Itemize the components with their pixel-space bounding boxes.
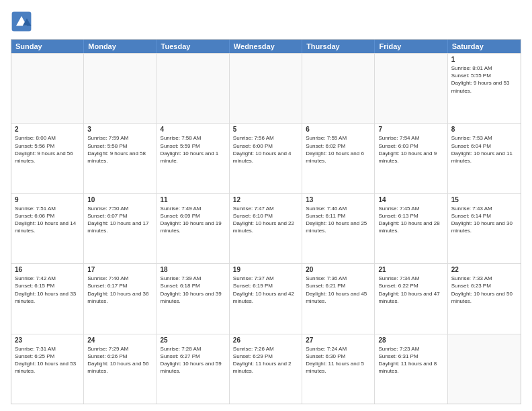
day-number-22: 22 — [451, 266, 517, 273]
day-number-12: 12 — [233, 196, 298, 203]
day-cell-4: 4Sunrise: 7:58 AM Sunset: 5:59 PM Daylig… — [157, 124, 230, 193]
empty-cell — [230, 54, 302, 123]
day-cell-26: 26Sunrise: 7:26 AM Sunset: 6:29 PM Dayli… — [230, 334, 302, 404]
empty-cell — [448, 334, 521, 404]
day-info-12: Sunrise: 7:47 AM Sunset: 6:10 PM Dayligh… — [233, 205, 298, 235]
day-cell-10: 10Sunrise: 7:50 AM Sunset: 6:07 PM Dayli… — [84, 194, 157, 263]
day-cell-19: 19Sunrise: 7:37 AM Sunset: 6:19 PM Dayli… — [230, 264, 302, 333]
logo-icon — [11, 11, 32, 32]
weekday-header-monday: Monday — [84, 40, 157, 53]
day-number-19: 19 — [233, 266, 298, 273]
day-info-23: Sunrise: 7:31 AM Sunset: 6:25 PM Dayligh… — [15, 345, 80, 375]
day-number-25: 25 — [161, 336, 226, 344]
day-number-23: 23 — [15, 336, 80, 344]
page: SundayMondayTuesdayWednesdayThursdayFrid… — [0, 0, 532, 411]
day-cell-8: 8Sunrise: 7:53 AM Sunset: 6:04 PM Daylig… — [448, 124, 521, 193]
day-cell-27: 27Sunrise: 7:24 AM Sunset: 6:30 PM Dayli… — [302, 334, 375, 404]
day-number-7: 7 — [378, 126, 443, 133]
weekday-header-friday: Friday — [375, 40, 447, 53]
day-number-21: 21 — [378, 266, 443, 273]
weekday-header-wednesday: Wednesday — [230, 40, 302, 53]
calendar-row-3: 9Sunrise: 7:51 AM Sunset: 6:06 PM Daylig… — [11, 193, 521, 263]
day-cell-15: 15Sunrise: 7:43 AM Sunset: 6:14 PM Dayli… — [448, 194, 521, 263]
day-number-26: 26 — [233, 336, 298, 344]
day-cell-17: 17Sunrise: 7:40 AM Sunset: 6:17 PM Dayli… — [84, 264, 157, 333]
calendar-body: 1Sunrise: 8:01 AM Sunset: 5:55 PM Daylig… — [11, 53, 521, 404]
day-number-10: 10 — [87, 196, 152, 203]
day-number-28: 28 — [378, 336, 443, 344]
day-number-4: 4 — [161, 126, 226, 133]
day-number-5: 5 — [233, 126, 298, 133]
weekday-header-saturday: Saturday — [448, 40, 521, 53]
day-info-22: Sunrise: 7:33 AM Sunset: 6:23 PM Dayligh… — [451, 275, 517, 305]
day-info-5: Sunrise: 7:56 AM Sunset: 6:00 PM Dayligh… — [233, 134, 298, 165]
empty-cell — [11, 54, 84, 123]
header — [11, 11, 521, 32]
day-info-8: Sunrise: 7:53 AM Sunset: 6:04 PM Dayligh… — [451, 134, 517, 165]
day-cell-28: 28Sunrise: 7:23 AM Sunset: 6:31 PM Dayli… — [375, 334, 447, 404]
day-cell-23: 23Sunrise: 7:31 AM Sunset: 6:25 PM Dayli… — [11, 334, 84, 404]
day-number-17: 17 — [87, 266, 152, 273]
empty-cell — [84, 54, 157, 123]
calendar-header: SundayMondayTuesdayWednesdayThursdayFrid… — [11, 40, 521, 53]
day-info-27: Sunrise: 7:24 AM Sunset: 6:30 PM Dayligh… — [306, 345, 371, 375]
day-cell-9: 9Sunrise: 7:51 AM Sunset: 6:06 PM Daylig… — [11, 194, 84, 263]
day-info-14: Sunrise: 7:45 AM Sunset: 6:13 PM Dayligh… — [378, 205, 443, 235]
day-info-11: Sunrise: 7:49 AM Sunset: 6:09 PM Dayligh… — [161, 205, 226, 235]
day-info-13: Sunrise: 7:46 AM Sunset: 6:11 PM Dayligh… — [306, 205, 371, 235]
day-number-11: 11 — [161, 196, 226, 203]
day-number-8: 8 — [451, 126, 517, 133]
calendar-row-1: 1Sunrise: 8:01 AM Sunset: 5:55 PM Daylig… — [11, 53, 521, 123]
day-info-6: Sunrise: 7:55 AM Sunset: 6:02 PM Dayligh… — [306, 134, 371, 165]
calendar: SundayMondayTuesdayWednesdayThursdayFrid… — [11, 39, 521, 404]
day-number-27: 27 — [306, 336, 371, 344]
day-info-25: Sunrise: 7:28 AM Sunset: 6:27 PM Dayligh… — [161, 345, 226, 375]
weekday-header-sunday: Sunday — [11, 40, 84, 53]
day-info-4: Sunrise: 7:58 AM Sunset: 5:59 PM Dayligh… — [161, 134, 226, 165]
calendar-row-5: 23Sunrise: 7:31 AM Sunset: 6:25 PM Dayli… — [11, 334, 521, 404]
day-info-26: Sunrise: 7:26 AM Sunset: 6:29 PM Dayligh… — [233, 345, 298, 375]
day-number-9: 9 — [15, 196, 80, 203]
day-info-17: Sunrise: 7:40 AM Sunset: 6:17 PM Dayligh… — [87, 275, 152, 305]
day-info-20: Sunrise: 7:36 AM Sunset: 6:21 PM Dayligh… — [306, 275, 371, 305]
day-info-16: Sunrise: 7:42 AM Sunset: 6:15 PM Dayligh… — [15, 275, 80, 305]
empty-cell — [375, 54, 447, 123]
day-number-16: 16 — [15, 266, 80, 273]
day-cell-16: 16Sunrise: 7:42 AM Sunset: 6:15 PM Dayli… — [11, 264, 84, 333]
day-number-6: 6 — [306, 126, 371, 133]
day-info-3: Sunrise: 7:59 AM Sunset: 5:58 PM Dayligh… — [87, 134, 152, 165]
day-cell-14: 14Sunrise: 7:45 AM Sunset: 6:13 PM Dayli… — [375, 194, 447, 263]
calendar-row-2: 2Sunrise: 8:00 AM Sunset: 5:56 PM Daylig… — [11, 123, 521, 193]
day-number-14: 14 — [378, 196, 443, 203]
day-info-18: Sunrise: 7:39 AM Sunset: 6:18 PM Dayligh… — [161, 275, 226, 305]
day-number-15: 15 — [451, 196, 517, 203]
day-cell-6: 6Sunrise: 7:55 AM Sunset: 6:02 PM Daylig… — [302, 124, 375, 193]
day-info-28: Sunrise: 7:23 AM Sunset: 6:31 PM Dayligh… — [378, 345, 443, 375]
weekday-header-tuesday: Tuesday — [157, 40, 230, 53]
day-info-21: Sunrise: 7:34 AM Sunset: 6:22 PM Dayligh… — [378, 275, 443, 305]
day-cell-13: 13Sunrise: 7:46 AM Sunset: 6:11 PM Dayli… — [302, 194, 375, 263]
day-number-20: 20 — [306, 266, 371, 273]
day-info-1: Sunrise: 8:01 AM Sunset: 5:55 PM Dayligh… — [451, 64, 517, 95]
day-number-13: 13 — [306, 196, 371, 203]
day-cell-25: 25Sunrise: 7:28 AM Sunset: 6:27 PM Dayli… — [157, 334, 230, 404]
day-info-19: Sunrise: 7:37 AM Sunset: 6:19 PM Dayligh… — [233, 275, 298, 305]
day-cell-24: 24Sunrise: 7:29 AM Sunset: 6:26 PM Dayli… — [84, 334, 157, 404]
day-number-3: 3 — [87, 126, 152, 133]
empty-cell — [157, 54, 230, 123]
day-cell-12: 12Sunrise: 7:47 AM Sunset: 6:10 PM Dayli… — [230, 194, 302, 263]
day-cell-2: 2Sunrise: 8:00 AM Sunset: 5:56 PM Daylig… — [11, 124, 84, 193]
day-cell-20: 20Sunrise: 7:36 AM Sunset: 6:21 PM Dayli… — [302, 264, 375, 333]
day-info-10: Sunrise: 7:50 AM Sunset: 6:07 PM Dayligh… — [87, 205, 152, 235]
day-number-24: 24 — [87, 336, 152, 344]
day-info-2: Sunrise: 8:00 AM Sunset: 5:56 PM Dayligh… — [15, 134, 80, 165]
day-info-15: Sunrise: 7:43 AM Sunset: 6:14 PM Dayligh… — [451, 205, 517, 235]
day-cell-5: 5Sunrise: 7:56 AM Sunset: 6:00 PM Daylig… — [230, 124, 302, 193]
day-info-7: Sunrise: 7:54 AM Sunset: 6:03 PM Dayligh… — [378, 134, 443, 165]
day-number-1: 1 — [451, 56, 517, 63]
empty-cell — [302, 54, 375, 123]
day-number-18: 18 — [161, 266, 226, 273]
day-cell-21: 21Sunrise: 7:34 AM Sunset: 6:22 PM Dayli… — [375, 264, 447, 333]
day-info-9: Sunrise: 7:51 AM Sunset: 6:06 PM Dayligh… — [15, 205, 80, 235]
day-cell-1: 1Sunrise: 8:01 AM Sunset: 5:55 PM Daylig… — [448, 54, 521, 123]
